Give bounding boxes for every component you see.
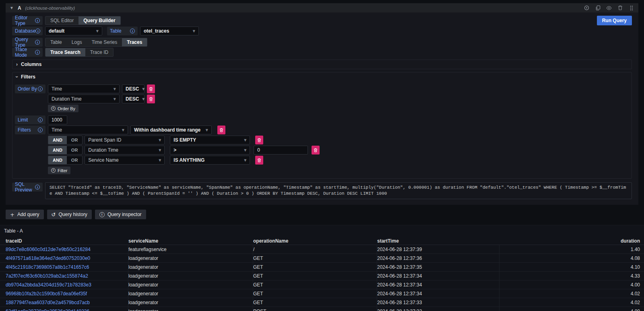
- add-filter-button[interactable]: Filter: [48, 167, 70, 174]
- table-row: db9704a2bbda34204d159c71b78283e3 loadgen…: [0, 280, 644, 289]
- condition-operator-select-0[interactable]: IS EMPTY▼: [170, 136, 250, 144]
- trace-id-link[interactable]: 1887794f7eaa6037d0e2a4579bcd7acb: [6, 298, 128, 307]
- column-header-duration[interactable]: duration: [500, 237, 644, 245]
- condition-and-option-0[interactable]: AND: [48, 136, 67, 144]
- database-select[interactable]: default▼: [45, 27, 102, 35]
- filters-section-header[interactable]: › Filters: [12, 72, 632, 81]
- condition-and-option-2[interactable]: AND: [48, 156, 67, 164]
- order-by-info-icon[interactable]: [38, 87, 43, 91]
- trace-id-link[interactable]: db9704a2bbda34204d159c71b78283e3: [6, 280, 128, 289]
- operation-name-cell: GET: [253, 280, 377, 289]
- query-type-option-traces[interactable]: Traces: [122, 38, 147, 46]
- query-type-label: Query Type: [12, 38, 43, 47]
- condition-operator-select-1[interactable]: >▼: [170, 146, 250, 154]
- sql-preview-info-icon[interactable]: [35, 185, 40, 189]
- table-info-icon[interactable]: [130, 29, 135, 33]
- column-header-starttime[interactable]: startTime: [377, 237, 500, 245]
- operation-name-cell: GET: [253, 272, 377, 280]
- table-select[interactable]: otel_traces▼: [140, 27, 199, 35]
- column-header-servicename[interactable]: serviceName: [128, 237, 253, 245]
- start-time-cell: 2024-06-28 12:37:36: [377, 254, 500, 262]
- trace-id-link[interactable]: 4f45c21918c73698057a8b1c741657c6: [6, 263, 128, 271]
- order-by-field-select-0[interactable]: Time▼: [48, 84, 120, 93]
- query-type-option-table[interactable]: Table: [45, 38, 67, 46]
- trace-id-link[interactable]: 96968b10fa2b2c1590bc67dea06ef35f: [6, 289, 128, 298]
- plus-circle-icon: [51, 106, 56, 111]
- trace-id-link[interactable]: 62df1ec9a29728c9e29536c20d140226: [6, 307, 128, 311]
- order-by-direction-select-1[interactable]: DESC▼: [122, 95, 144, 103]
- table-row: 7a2f07ecf63c60b1029ab2ac155874a2 loadgen…: [0, 272, 644, 280]
- editor-type-info-icon[interactable]: [35, 18, 40, 23]
- condition-remove-trash-icon-2[interactable]: [255, 156, 263, 165]
- service-name-cell: loadgenerator: [128, 263, 253, 271]
- filter-time-field-select[interactable]: Time▼: [48, 126, 128, 134]
- condition-operator-select-2[interactable]: IS ANYTHING▼: [170, 156, 250, 165]
- query-type-option-logs[interactable]: Logs: [67, 38, 87, 46]
- hide-response-eye-icon[interactable]: [606, 5, 612, 11]
- table-label: Table: [107, 27, 138, 35]
- query-type-toggle: Table Logs Time Series Traces: [45, 38, 147, 47]
- trace-id-link[interactable]: 4f497571a618e364ed7ded60752030e0: [6, 254, 128, 262]
- condition-or-option-0[interactable]: OR: [67, 136, 83, 144]
- query-inspector-button[interactable]: Query inspector: [95, 210, 146, 219]
- editor-type-label: Editor Type: [12, 16, 43, 25]
- condition-bool-toggle-0: AND OR: [48, 136, 83, 144]
- limit-info-icon[interactable]: [38, 117, 43, 122]
- operation-name-cell: GET: [253, 289, 377, 298]
- drag-handle-icon[interactable]: [629, 5, 634, 11]
- run-query-button[interactable]: Run Query: [597, 16, 632, 25]
- condition-field-select-1[interactable]: Duration Time▼: [85, 146, 165, 154]
- editor-type-option-sql-editor[interactable]: SQL Editor: [45, 16, 78, 25]
- order-by-direction-select-0[interactable]: DESC▼: [122, 84, 144, 93]
- trace-id-link[interactable]: 89dc7e8c6060c0d12de7e9b50c216284: [6, 245, 128, 253]
- service-name-cell: loadgenerator: [128, 272, 253, 280]
- condition-bool-toggle-2: AND OR: [48, 156, 83, 165]
- limit-input[interactable]: 1000: [48, 115, 67, 124]
- table-row: 96968b10fa2b2c1590bc67dea06ef35f loadgen…: [0, 289, 644, 298]
- condition-remove-trash-icon-1[interactable]: [312, 146, 320, 154]
- filters-collapse-chevron-icon: ›: [14, 76, 20, 78]
- order-by-field-select-1[interactable]: Duration Time▼: [48, 95, 120, 103]
- query-help-icon[interactable]: [584, 5, 589, 11]
- query-history-button[interactable]: ↺ Query history: [47, 210, 92, 219]
- operation-name-cell: GET: [253, 254, 377, 262]
- duplicate-query-icon[interactable]: [595, 5, 601, 11]
- add-query-button[interactable]: + Add query: [6, 210, 44, 219]
- query-type-option-time-series[interactable]: Time Series: [87, 38, 122, 46]
- condition-or-option-1[interactable]: OR: [67, 146, 83, 154]
- filter-time-remove-trash-icon[interactable]: [217, 126, 225, 134]
- trace-mode-option-trace-search[interactable]: Trace Search: [45, 48, 85, 56]
- query-row-header[interactable]: ▼ A (clickhouse-observability): [6, 3, 638, 12]
- order-by-remove-trash-icon-1[interactable]: [147, 95, 155, 103]
- editor-type-option-query-builder[interactable]: Query Builder: [78, 16, 120, 25]
- query-editor-card: ▼ A (clickhouse-observability): [6, 3, 638, 205]
- panel-title[interactable]: Table - A: [0, 225, 644, 237]
- add-order-by-button[interactable]: Order By: [48, 105, 78, 112]
- condition-or-option-2[interactable]: OR: [67, 156, 83, 164]
- condition-value-input-1[interactable]: 0: [254, 146, 308, 154]
- filter-time-operator-select[interactable]: Within dashboard time range▼: [130, 126, 212, 134]
- sql-preview-text: SELECT "TraceId" as traceID, "ServiceNam…: [45, 182, 632, 199]
- service-name-cell: featureflagservice: [128, 245, 253, 253]
- table-row: 89dc7e8c6060c0d12de7e9b50c216284 feature…: [0, 245, 644, 254]
- table-panel: Table - A traceID serviceName operationN…: [0, 225, 644, 311]
- plus-circle-icon: [51, 168, 56, 173]
- column-header-traceid[interactable]: traceID: [6, 237, 128, 245]
- start-time-cell: 2024-06-28 12:37:34: [377, 289, 500, 298]
- trace-id-link[interactable]: 7a2f07ecf63c60b1029ab2ac155874a2: [6, 272, 128, 280]
- filters-info-icon[interactable]: [38, 128, 43, 132]
- condition-field-select-2[interactable]: Service Name▼: [85, 156, 165, 165]
- column-header-operationname[interactable]: operationName: [253, 237, 377, 245]
- condition-bool-toggle-1: AND OR: [48, 146, 83, 154]
- query-type-info-icon[interactable]: [35, 40, 40, 45]
- remove-query-trash-icon[interactable]: [617, 5, 623, 11]
- condition-field-select-0[interactable]: Parent Span ID▼: [85, 136, 165, 144]
- order-by-remove-trash-icon-0[interactable]: [147, 84, 155, 93]
- collapse-query-chevron-icon[interactable]: ▼: [10, 6, 14, 10]
- database-info-icon[interactable]: [35, 29, 40, 33]
- condition-and-option-1[interactable]: AND: [48, 146, 67, 154]
- trace-mode-option-trace-id[interactable]: Trace ID: [85, 48, 114, 56]
- condition-remove-trash-icon-0[interactable]: [255, 136, 263, 144]
- columns-section-header[interactable]: › Columns: [12, 60, 632, 69]
- trace-mode-info-icon[interactable]: [35, 50, 40, 55]
